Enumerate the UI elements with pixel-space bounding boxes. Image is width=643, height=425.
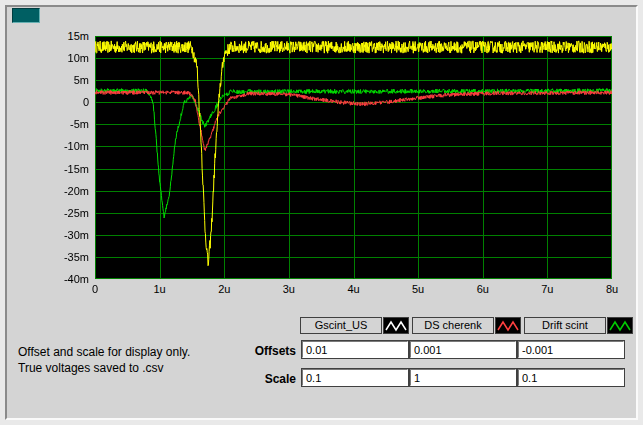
front-panel: 15m10m5m0-5m-10m-15m-20m-25m-30m-35m-40m… bbox=[0, 0, 643, 425]
offsets-label: Offsets bbox=[230, 344, 296, 358]
y-tick-label: 10m bbox=[43, 52, 89, 65]
y-tick-label: -5m bbox=[43, 118, 89, 131]
x-tick-label: 0 bbox=[75, 283, 115, 296]
x-tick-label: 1u bbox=[140, 283, 180, 296]
y-tick-label: -35m bbox=[43, 251, 89, 264]
scale-input-2[interactable] bbox=[410, 369, 516, 386]
offset-input-3[interactable] bbox=[518, 341, 624, 358]
legend-label: DS cherenk bbox=[412, 317, 494, 334]
legend-label: Gscint_US bbox=[300, 317, 382, 334]
y-tick-label: 15m bbox=[43, 30, 89, 43]
y-tick-label: -30m bbox=[43, 229, 89, 242]
x-tick-label: 6u bbox=[463, 283, 503, 296]
y-tick-label: 5m bbox=[43, 74, 89, 87]
plot-legend: Gscint_US DS cherenk Drift scint bbox=[300, 317, 636, 334]
waveform-icon[interactable] bbox=[607, 317, 633, 334]
legend-item-ds-cherenk[interactable]: DS cherenk bbox=[412, 317, 521, 334]
legend-label: Drift scint bbox=[524, 317, 606, 334]
x-tick-label: 4u bbox=[334, 283, 374, 296]
x-tick-label: 8u bbox=[592, 283, 632, 296]
x-tick-label: 5u bbox=[398, 283, 438, 296]
info-line-1: Offset and scale for display only. bbox=[18, 344, 190, 360]
scale-input-1[interactable] bbox=[302, 369, 408, 386]
scale-label: Scale bbox=[230, 372, 296, 386]
offset-input-1[interactable] bbox=[302, 341, 408, 358]
y-tick-label: -10m bbox=[43, 140, 89, 153]
x-tick-label: 3u bbox=[269, 283, 309, 296]
waveform-icon[interactable] bbox=[383, 317, 409, 334]
y-tick-label: 0 bbox=[43, 96, 89, 109]
info-text: Offset and scale for display only. True … bbox=[18, 344, 190, 376]
y-tick-label: -25m bbox=[43, 207, 89, 220]
waveform-graph bbox=[95, 36, 612, 279]
y-tick-label: -15m bbox=[43, 163, 89, 176]
waveform-icon[interactable] bbox=[495, 317, 521, 334]
scale-input-3[interactable] bbox=[518, 369, 624, 386]
info-line-2: True voltages saved to .csv bbox=[18, 360, 190, 376]
x-tick-label: 2u bbox=[204, 283, 244, 296]
legend-item-drift-scint[interactable]: Drift scint bbox=[524, 317, 633, 334]
offset-input-2[interactable] bbox=[410, 341, 516, 358]
y-tick-label: -20m bbox=[43, 185, 89, 198]
x-tick-label: 7u bbox=[527, 283, 567, 296]
stop-button[interactable] bbox=[12, 8, 40, 23]
legend-item-gscint-us[interactable]: Gscint_US bbox=[300, 317, 409, 334]
